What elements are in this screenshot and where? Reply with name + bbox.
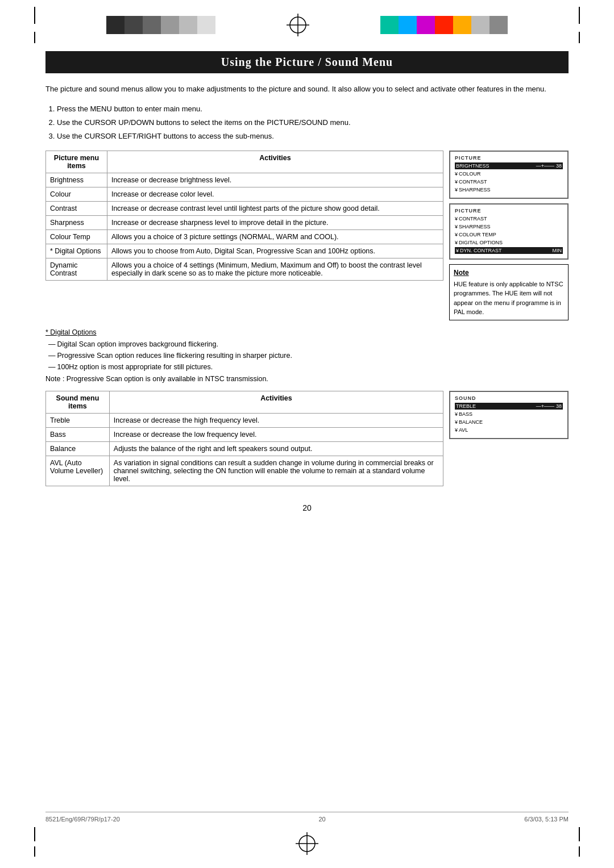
color-bar-right <box>380 16 508 34</box>
digital-options-title: * Digital Options <box>45 328 569 336</box>
screen-row-dyn-contrast: ¥ DYN. CONTRAST MIN <box>455 247 563 254</box>
screen-row-brightness: BRIGHTNESS —+—— 38 <box>455 162 563 169</box>
main-content: The picture and sound menus allow you to… <box>0 73 614 486</box>
sound-screen-title: SOUND <box>455 395 563 401</box>
item-brightness: Brightness <box>46 173 107 187</box>
title-section: Using the Picture / Sound Menu <box>0 51 614 73</box>
footer-center: 20 <box>318 816 325 823</box>
table-row: * Digital Options Allows you to choose f… <box>46 244 443 258</box>
treble-value: 38 <box>556 403 562 409</box>
activity-dynamic-contrast: Allows you a choice of 4 settings (Minim… <box>107 258 443 280</box>
footer: 8521/Eng/69R/79R/p17-20 20 6/3/03, 5:13 … <box>0 812 614 823</box>
right-panel: PICTURE BRIGHTNESS —+—— 38 ¥ COLOUR <box>449 151 569 320</box>
activity-colour-temp: Allows you a choice of 3 picture setting… <box>107 229 443 244</box>
table-row: Contrast Increase or decrease contrast l… <box>46 201 443 215</box>
item-colour: Colour <box>46 187 107 201</box>
digital-options-list: Digital Scan option improves background … <box>48 339 569 373</box>
footer-right: 6/3/03, 5:13 PM <box>524 816 569 823</box>
title-text: Using the Picture / Sound Menu <box>221 56 393 68</box>
page-number: 20 <box>0 498 614 541</box>
col-sound-header: Sound menu items <box>46 391 110 413</box>
step-2: Use the CURSOR UP/DOWN buttons to select… <box>57 116 569 129</box>
table-row: Colour Temp Allows you a choice of 3 pic… <box>46 229 443 244</box>
sound-menu-table: Sound menu items Activities Treble Incre… <box>45 391 443 486</box>
digital-options-section: * Digital Options Digital Scan option im… <box>45 328 569 383</box>
screen-row-digital-options: ¥ DIGITAL OPTIONS <box>455 239 563 246</box>
picture-section: Picture menu items Activities Brightness… <box>45 151 569 320</box>
col-sound-activities-header: Activities <box>109 391 443 413</box>
note-text: HUE feature is only applicable to NTSC p… <box>454 279 564 317</box>
item-sharpness: Sharpness <box>46 215 107 229</box>
intro-paragraph: The picture and sound menus allow you to… <box>45 84 569 95</box>
note-title: Note <box>454 268 564 278</box>
sound-section: Sound menu items Activities Treble Incre… <box>45 391 569 486</box>
tv-screen-sound: SOUND TREBLE —+—— 38 ¥ BASS ¥ B <box>449 391 569 439</box>
screen-row-sharpness: ¥ SHARPNESS <box>455 186 563 193</box>
item-contrast: Contrast <box>46 201 107 215</box>
sound-tv-panel: SOUND TREBLE —+—— 38 ¥ BASS ¥ B <box>449 391 569 486</box>
col-activities-header: Activities <box>107 151 443 173</box>
screen-row-balance: ¥ BALANCE <box>455 419 563 425</box>
table-row: Colour Increase or decrease color level. <box>46 187 443 201</box>
activity-treble: Increase or decrease the high frequency … <box>109 413 443 427</box>
table-row: Sharpness Increase or decrease sharpness… <box>46 215 443 229</box>
bottom-crosshair-icon <box>296 832 318 857</box>
digital-options-note: Note : Progressive Scan option is only a… <box>45 375 569 383</box>
dyn-contrast-value: MIN <box>553 248 562 253</box>
screen-title-2: PICTURE <box>455 208 563 214</box>
screen-row-avl: ¥ AVL <box>455 427 563 433</box>
tv-screen-picture1: PICTURE BRIGHTNESS —+—— 38 ¥ COLOUR <box>449 151 569 199</box>
item-treble: Treble <box>46 413 110 427</box>
colour-label: COLOUR <box>459 171 563 177</box>
brightness-value: 38 <box>556 163 562 169</box>
picture-menu-table: Picture menu items Activities Brightness… <box>45 151 443 281</box>
list-item: 100Hz option is most appropriate for sti… <box>48 361 569 373</box>
activity-digital-options: Allows you to choose from Auto, Digital … <box>107 244 443 258</box>
table-row: Bass Increase or decrease the low freque… <box>46 427 443 441</box>
list-item: Progressive Scan option reduces line fli… <box>48 350 569 361</box>
crosshair-icon <box>287 14 309 36</box>
tv-screen-picture2: PICTURE ¥ CONTRAST ¥ SHARPNESS ¥ COLOUR … <box>449 203 569 260</box>
screen-row-treble: TREBLE —+—— 38 <box>455 403 563 410</box>
item-bass: Bass <box>46 427 110 441</box>
sharpness-label: SHARPNESS <box>459 187 563 193</box>
item-digital-options: * Digital Options <box>46 244 107 258</box>
note-box: Note HUE feature is only applicable to N… <box>449 264 569 320</box>
brightness-label: BRIGHTNESS <box>456 163 536 169</box>
picture-table-container: Picture menu items Activities Brightness… <box>45 151 443 320</box>
activity-balance: Adjusts the balance of the right and lef… <box>109 441 443 456</box>
list-item: Digital Scan option improves background … <box>48 339 569 350</box>
table-row: Treble Increase or decrease the high fre… <box>46 413 443 427</box>
table-row: Dynamic Contrast Allows you a choice of … <box>46 258 443 280</box>
activity-avl: As variation in signal conditions can re… <box>109 456 443 486</box>
steps-list: Press the MENU button to enter main menu… <box>57 103 569 143</box>
col-picture-header: Picture menu items <box>46 151 107 173</box>
activity-bass: Increase or decrease the low frequency l… <box>109 427 443 441</box>
step-3: Use the CURSOR LEFT/RIGHT buttons to acc… <box>57 130 569 143</box>
table-row: Brightness Increase or decrease brightne… <box>46 173 443 187</box>
item-colour-temp: Colour Temp <box>46 229 107 244</box>
page-title: Using the Picture / Sound Menu <box>45 51 569 73</box>
step-1: Press the MENU button to enter main menu… <box>57 103 569 115</box>
bottom-decoration <box>0 827 614 857</box>
activity-brightness: Increase or decrease brightness level. <box>107 173 443 187</box>
treble-bar: —+—— 38 <box>536 403 562 409</box>
screen-row-colour: ¥ COLOUR <box>455 170 563 177</box>
screen-row-colour-temp: ¥ COLOUR TEMP <box>455 231 563 238</box>
screen-row-contrast: ¥ CONTRAST <box>455 178 563 185</box>
table-row: Balance Adjusts the balance of the right… <box>46 441 443 456</box>
brightness-bar: —+—— 38 <box>536 163 562 169</box>
item-avl: AVL (Auto Volume Leveller) <box>46 456 110 486</box>
activity-contrast: Increase or decrease contrast level unti… <box>107 201 443 215</box>
screen-row-sharpness2: ¥ SHARPNESS <box>455 223 563 230</box>
screen-title-1: PICTURE <box>455 155 563 161</box>
page: Using the Picture / Sound Menu The pictu… <box>0 0 614 868</box>
footer-left: 8521/Eng/69R/79R/p17-20 <box>45 816 120 823</box>
activity-colour: Increase or decrease color level. <box>107 187 443 201</box>
item-balance: Balance <box>46 441 110 456</box>
item-dynamic-contrast: Dynamic Contrast <box>46 258 107 280</box>
screen-row-bass: ¥ BASS <box>455 411 563 418</box>
top-decoration <box>0 0 614 45</box>
sound-table-container: Sound menu items Activities Treble Incre… <box>45 391 443 486</box>
screen-row-contrast2: ¥ CONTRAST <box>455 215 563 222</box>
